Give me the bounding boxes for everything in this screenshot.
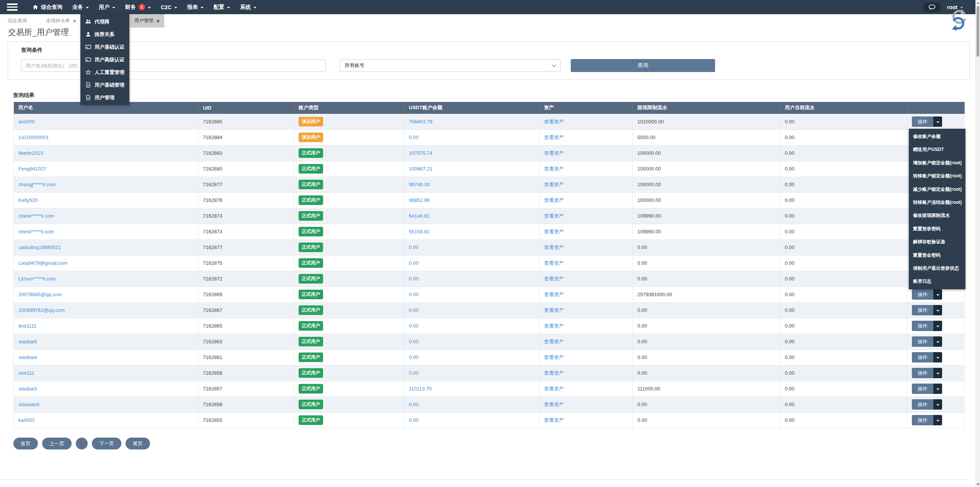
search-button[interactable]: 查询: [571, 59, 715, 72]
action-dropdown-toggle[interactable]: [933, 399, 942, 410]
action-dropdown-toggle[interactable]: [933, 289, 942, 300]
action-button[interactable]: 操作: [912, 116, 933, 127]
tab-item[interactable]: 综合查询: [8, 14, 31, 28]
nav-item[interactable]: 业务: [67, 0, 94, 14]
usdt-balance-link[interactable]: 0.00: [409, 244, 418, 250]
username-link[interactable]: test1111: [18, 323, 36, 329]
menu-item[interactable]: 用户管理: [80, 91, 129, 104]
action-button[interactable]: 操作: [912, 336, 933, 347]
usdt-balance-link[interactable]: 0.00: [409, 339, 418, 344]
username-link[interactable]: Feng941027: [18, 166, 46, 172]
view-assets-link[interactable]: 查看资产: [544, 244, 564, 250]
usdt-balance-link[interactable]: 96852.96: [409, 197, 430, 203]
nav-item[interactable]: 用户: [94, 0, 120, 14]
usdt-balance-link[interactable]: 110113.70: [409, 386, 432, 392]
usdt-balance-link[interactable]: 99746.30: [409, 182, 430, 187]
action-dropdown-toggle[interactable]: [933, 415, 942, 425]
username-link[interactable]: chenli*****il.com: [18, 213, 54, 219]
pagination-current-page[interactable]: 1: [76, 438, 88, 449]
nav-item[interactable]: 报表: [182, 0, 209, 14]
username-link[interactable]: 20078845@qq.com: [18, 292, 62, 297]
scrollbar-thumb[interactable]: [977, 6, 979, 57]
view-assets-link[interactable]: 查看资产: [544, 417, 564, 423]
scrollbar-down-arrow[interactable]: [977, 484, 980, 485]
menu-item[interactable]: 人工重置管理: [80, 66, 129, 79]
username-link[interactable]: chenli*****il.com: [18, 229, 54, 234]
view-assets-link[interactable]: 查看资产: [544, 260, 564, 266]
action-button[interactable]: 操作: [912, 399, 933, 410]
view-assets-link[interactable]: 查看资产: [544, 323, 564, 329]
usdt-balance-link[interactable]: 0.00: [409, 354, 418, 360]
usdt-balance-link[interactable]: 107875.74: [409, 150, 432, 156]
pagination-prev-button[interactable]: 上一页: [42, 438, 72, 449]
view-assets-link[interactable]: 查看资产: [544, 197, 564, 203]
view-assets-link[interactable]: 查看资产: [544, 339, 564, 344]
view-assets-link[interactable]: 查看资产: [544, 166, 564, 172]
action-menu-item[interactable]: 转移账户锁定金额(root): [909, 169, 965, 182]
pagination-first-button[interactable]: 首页: [13, 438, 38, 449]
messages-button[interactable]: [923, 2, 941, 12]
action-menu-item[interactable]: 解绑谷歌验证器: [909, 235, 965, 248]
action-dropdown-toggle[interactable]: [933, 384, 942, 394]
nav-item[interactable]: 财务1: [120, 0, 156, 14]
usdt-balance-link[interactable]: 0.00: [409, 417, 418, 423]
action-menu-item[interactable]: 修改账户余额: [909, 130, 965, 143]
action-button[interactable]: 操作: [912, 289, 933, 300]
usdt-balance-link[interactable]: 0.00: [409, 402, 418, 407]
nav-item[interactable]: 系统: [235, 0, 261, 14]
action-menu-item[interactable]: 增加账户锁定金额(root): [909, 156, 965, 169]
action-button[interactable]: 操作: [912, 415, 933, 425]
view-assets-link[interactable]: 查看资产: [544, 150, 564, 156]
username-link[interactable]: karl002: [18, 417, 35, 423]
usdt-balance-link[interactable]: 0.00: [409, 134, 418, 140]
view-assets-link[interactable]: 查看资产: [544, 386, 564, 392]
account-type-select[interactable]: 所有账号: [340, 59, 560, 72]
action-button[interactable]: 操作: [912, 352, 933, 362]
usdt-balance-link[interactable]: 0.00: [409, 260, 418, 266]
usdt-balance-link[interactable]: 100667.21: [409, 166, 432, 172]
usdt-balance-link[interactable]: 0.00: [409, 292, 418, 297]
menu-item[interactable]: 用户基础认证: [80, 41, 129, 53]
view-assets-link[interactable]: 查看资产: [544, 134, 564, 140]
action-menu-item[interactable]: 修改提现限制流水: [909, 209, 965, 222]
username-link[interactable]: 200999762@qq.com: [18, 307, 65, 313]
tab-active[interactable]: 用户管理×: [130, 14, 164, 28]
pagination-last-button[interactable]: 尾页: [126, 438, 150, 449]
username-link[interactable]: 14100000001: [18, 134, 49, 140]
action-dropdown-toggle[interactable]: [933, 336, 942, 347]
usdt-balance-link[interactable]: 0.00: [409, 307, 418, 313]
tab-close-icon[interactable]: ×: [157, 18, 160, 24]
action-button[interactable]: 操作: [912, 305, 933, 315]
username-link[interactable]: Lichun*****il.com: [18, 276, 56, 282]
scrollbar-up-arrow[interactable]: [977, 2, 980, 4]
menu-item[interactable]: 代理商: [80, 15, 129, 28]
view-assets-link[interactable]: 查看资产: [544, 307, 564, 313]
vertical-scrollbar[interactable]: [975, 0, 980, 487]
username-link[interactable]: Martin2023: [18, 150, 43, 156]
action-menu-item[interactable]: 转移账户冻结金额(root): [909, 196, 965, 209]
username-link[interactable]: test000: [18, 119, 35, 125]
action-menu-item[interactable]: 重置登录密码: [909, 222, 965, 235]
username-link[interactable]: xiaoxiao5: [18, 402, 39, 407]
view-assets-link[interactable]: 查看资产: [544, 402, 564, 407]
action-button[interactable]: 操作: [912, 368, 933, 378]
usdt-balance-link[interactable]: 0.00: [409, 276, 418, 282]
nav-item[interactable]: C2C: [156, 0, 182, 14]
usdt-balance-link[interactable]: 0.00: [409, 370, 418, 376]
search-input[interactable]: [21, 59, 326, 72]
view-assets-link[interactable]: 查看资产: [544, 182, 564, 187]
username-link[interactable]: Kelly520: [18, 197, 38, 203]
pagination-next-button[interactable]: 下一页: [92, 438, 121, 449]
action-dropdown-toggle[interactable]: [933, 116, 942, 127]
tab-close-icon[interactable]: ×: [73, 18, 76, 24]
nav-item-home[interactable]: 综合查询: [28, 0, 67, 14]
view-assets-link[interactable]: 查看资产: [544, 354, 564, 360]
username-link[interactable]: one111: [18, 370, 34, 376]
nav-item[interactable]: 配置: [209, 0, 235, 14]
username-link[interactable]: xiaobai4: [18, 354, 37, 360]
usdt-balance-link[interactable]: 0.00: [409, 323, 418, 329]
menu-item[interactable]: 用户高级认证: [80, 53, 129, 66]
action-button[interactable]: 操作: [912, 321, 933, 331]
action-dropdown-toggle[interactable]: [933, 305, 942, 315]
usdt-balance-link[interactable]: 64148.81: [409, 213, 430, 219]
